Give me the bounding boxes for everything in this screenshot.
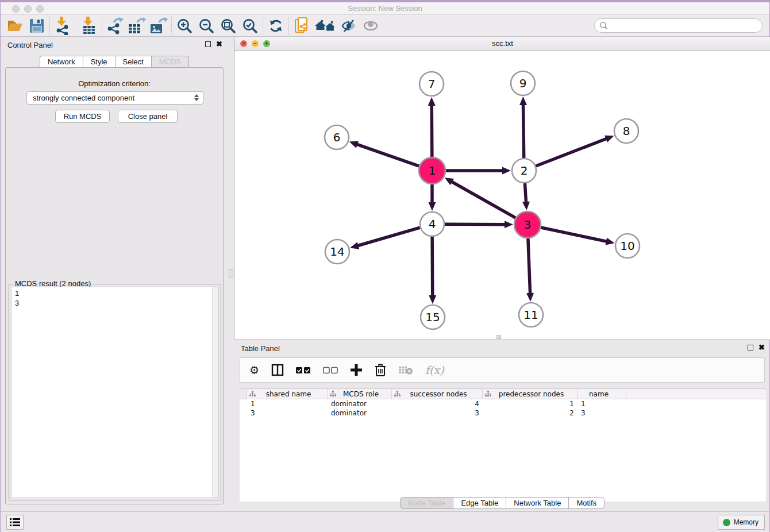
import-table-icon[interactable] [78, 16, 100, 36]
tab-node-table[interactable]: Node Table [400, 497, 454, 509]
column-header-name[interactable]: name [578, 389, 626, 399]
edge-4-3[interactable] [445, 224, 507, 225]
arrowhead-2-3 [522, 202, 530, 210]
edge-3-10[interactable] [541, 228, 608, 242]
mcds-result-text[interactable]: 1 3 [11, 287, 219, 498]
edge-3-11[interactable] [528, 238, 530, 295]
deselect-all-checkboxes-icon[interactable] [323, 361, 338, 379]
window-title: Session: New Session [1, 4, 769, 13]
refresh-layout-icon[interactable] [265, 16, 287, 36]
arrowhead-1-6 [349, 141, 359, 148]
tab-motifs[interactable]: Motifs [569, 497, 605, 509]
run-mcds-button[interactable]: Run MCDS [55, 110, 110, 123]
close-table-panel-icon[interactable]: ✖ [759, 344, 765, 350]
ndex-home-icon[interactable] [313, 16, 338, 36]
save-session-icon[interactable] [26, 16, 48, 36]
cell-mcds-role: dominator [328, 399, 392, 408]
tab-mcds[interactable]: MCDS [152, 56, 189, 68]
table-panel: Table Panel ✖ ⚙ [234, 340, 770, 511]
node-label-14: 14 [330, 245, 344, 259]
edge-4-15[interactable] [432, 237, 433, 298]
show-graphics-icon [360, 16, 382, 36]
float-table-panel-icon[interactable] [748, 345, 753, 350]
edge-1-7[interactable] [432, 103, 432, 157]
node-label-4: 4 [429, 217, 436, 231]
search-input[interactable] [609, 21, 762, 30]
table-panel-header: Table Panel ✖ [234, 340, 770, 356]
delete-column-icon[interactable] [375, 361, 386, 379]
settings-gear-icon[interactable]: ⚙ [249, 361, 259, 379]
table-toolbar: ⚙ f(x) [240, 357, 765, 383]
table-row[interactable]: 1dominator411 [240, 399, 766, 408]
column-layout-icon[interactable] [271, 361, 284, 379]
network-view-window: × − + scc.txt 7968124314101511 [234, 37, 770, 340]
edge-4-14[interactable] [356, 228, 420, 246]
network-canvas[interactable]: 7968124314101511 [234, 51, 770, 340]
panel-divider-grip[interactable] [229, 269, 233, 277]
column-header-mcds-role[interactable]: MCDS role [328, 389, 392, 399]
cell-predecessor-nodes: 1 [483, 399, 578, 408]
export-table-icon[interactable] [126, 16, 148, 36]
edge-1-6[interactable] [355, 144, 419, 166]
edge-2-3[interactable] [525, 183, 526, 204]
function-builder-icon: f(x) [425, 361, 444, 379]
export-network-icon[interactable] [104, 16, 126, 36]
zoom-out-icon[interactable] [195, 16, 217, 36]
control-panel-tabs: NetworkStyleSelectMCDS [1, 56, 228, 68]
network-graph[interactable]: 7968124314101511 [234, 51, 770, 340]
cell-shared-name: 3 [247, 408, 328, 418]
node-label-15: 15 [425, 310, 440, 324]
close-panel-icon[interactable]: ✖ [216, 41, 222, 47]
node-label-10: 10 [620, 239, 634, 253]
export-image-icon[interactable] [148, 16, 170, 36]
result-scrollbar[interactable] [212, 287, 218, 498]
arrowhead-4-3 [505, 221, 513, 228]
tab-network-table[interactable]: Network Table [506, 497, 569, 509]
select-all-checkboxes-icon[interactable] [296, 361, 311, 379]
mcds-result-groupbox: MCDS result (2 nodes) 1 3 [9, 284, 221, 500]
float-panel-icon[interactable] [205, 41, 211, 47]
cell-shared-name: 1 [247, 399, 328, 408]
column-header-predecessor-nodes[interactable]: predecessor nodes [483, 389, 578, 399]
open-session-icon[interactable] [4, 16, 26, 36]
network-window-titlebar[interactable]: × − + scc.txt [234, 37, 770, 51]
network-resize-grip[interactable] [496, 335, 501, 339]
arrowhead-4-15 [429, 295, 436, 304]
edge-2-8[interactable] [536, 138, 609, 166]
edge-2-9[interactable] [523, 103, 523, 158]
node-label-9: 9 [519, 76, 527, 90]
table-row[interactable]: 3dominator323 [240, 408, 766, 418]
edge-3-1[interactable] [450, 181, 515, 218]
application-window: Session: New Session [0, 0, 770, 532]
table-body: 1dominator4113dominator323 [240, 399, 766, 418]
column-header-successor-nodes[interactable]: successor nodes [392, 389, 483, 399]
column-header-shared-name[interactable]: shared name [247, 389, 328, 399]
node-label-7: 7 [428, 77, 436, 91]
criterion-select[interactable]: strongly connected component [26, 91, 203, 105]
control-panel-header: Control Panel ✖ [1, 37, 228, 53]
import-network-icon[interactable] [52, 16, 74, 36]
status-bar: Memory [1, 511, 769, 532]
clone-network-icon[interactable] [291, 16, 313, 36]
zoom-in-icon[interactable] [174, 16, 195, 36]
node-label-11: 11 [523, 308, 538, 322]
hide-panels-icon[interactable] [338, 16, 360, 36]
tab-style[interactable]: Style [83, 56, 116, 68]
main-toolbar [1, 15, 769, 37]
tab-edge-table[interactable]: Edge Table [453, 497, 506, 509]
close-panel-button[interactable]: Close panel [118, 110, 178, 123]
cell-mcds-role: dominator [328, 408, 392, 418]
zoom-fit-icon[interactable] [217, 16, 239, 36]
arrowhead-1-7 [428, 97, 436, 106]
node-table: shared nameMCDS rolesuccessor nodesprede… [240, 388, 766, 502]
add-column-icon[interactable] [350, 361, 363, 379]
tab-network[interactable]: Network [40, 56, 83, 68]
search-field[interactable] [594, 18, 763, 33]
memory-button[interactable]: Memory [718, 515, 765, 530]
zoom-selected-icon[interactable] [239, 16, 261, 36]
search-icon [599, 21, 609, 30]
cell-successor-nodes: 4 [392, 399, 483, 408]
task-history-button[interactable] [6, 515, 24, 530]
node-label-3: 3 [524, 218, 532, 232]
tab-select[interactable]: Select [116, 56, 152, 68]
